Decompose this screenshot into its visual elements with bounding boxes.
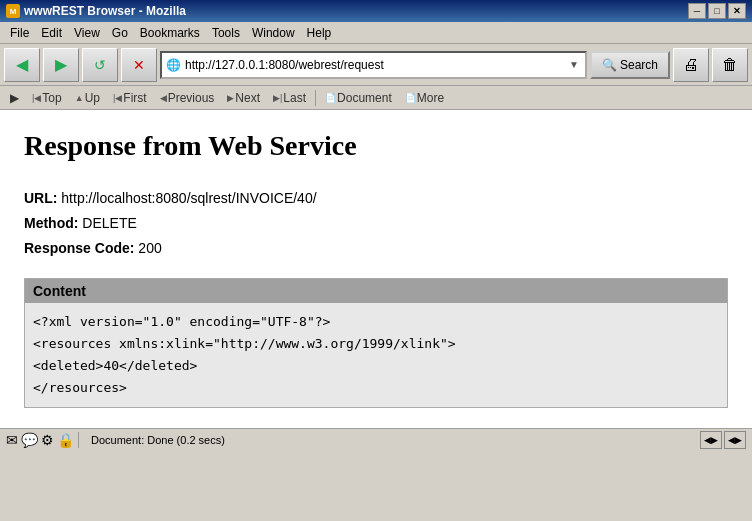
nav2-more-label: More xyxy=(417,91,444,105)
page-title: Response from Web Service xyxy=(24,130,728,162)
forward-button[interactable]: ▶ xyxy=(43,48,79,82)
toolbar: ◀ ▶ ↺ ✕ 🌐 ▼ 🔍 Search 🖨 🗑 xyxy=(0,44,752,86)
nav2-more-icon: 📄 xyxy=(405,93,416,103)
xml-line-2: <resources xmlns:xlink="http://www.w3.or… xyxy=(33,333,719,355)
mail-icon[interactable]: ✉ xyxy=(6,432,18,448)
content-box-header: Content xyxy=(25,279,727,303)
content-box-body: <?xml version="1.0" encoding="UTF-8"?> <… xyxy=(25,303,727,407)
status-text: Document: Done (0.2 secs) xyxy=(83,434,700,446)
status-divider xyxy=(78,432,79,448)
title-bar: M wwwREST Browser - Mozilla ─ □ ✕ xyxy=(0,0,752,22)
response-label: Response Code: xyxy=(24,240,134,256)
method-value: DELETE xyxy=(82,215,136,231)
forward-arrow-icon: ▶ xyxy=(55,57,67,73)
search-icon: 🔍 xyxy=(602,58,617,72)
menu-view[interactable]: View xyxy=(68,24,106,42)
nav2-previous[interactable]: ◀ Previous xyxy=(154,90,221,106)
back-button[interactable]: ◀ xyxy=(4,48,40,82)
menu-edit[interactable]: Edit xyxy=(35,24,68,42)
url-input[interactable] xyxy=(185,58,563,72)
xml-line-4: </resources> xyxy=(33,377,719,399)
minimize-button[interactable]: ─ xyxy=(688,3,706,19)
nav2-expand-icon: ▶ xyxy=(10,91,19,105)
app-icon: M xyxy=(6,4,20,18)
nav2-up-label: Up xyxy=(85,91,100,105)
nav2-up-icon: ▲ xyxy=(75,93,84,103)
nav2-up[interactable]: ▲ Up xyxy=(69,90,106,106)
nav2-previous-label: Previous xyxy=(168,91,215,105)
nav2-last-label: Last xyxy=(283,91,306,105)
method-label: Method: xyxy=(24,215,78,231)
nav2-top-icon: |◀ xyxy=(32,93,41,103)
refresh-icon: ↺ xyxy=(94,57,106,73)
response-line: Response Code: 200 xyxy=(24,236,728,261)
nav2-previous-icon: ◀ xyxy=(160,93,167,103)
url-label: URL: xyxy=(24,190,57,206)
xml-line-1: <?xml version="1.0" encoding="UTF-8"?> xyxy=(33,311,719,333)
method-line: Method: DELETE xyxy=(24,211,728,236)
nav2-document-icon: 📄 xyxy=(325,93,336,103)
nav2-next[interactable]: ▶ Next xyxy=(221,90,266,106)
nav-bar-2: ▶ |◀ Top ▲ Up |◀ First ◀ Previous ▶ Next… xyxy=(0,86,752,110)
menu-window[interactable]: Window xyxy=(246,24,301,42)
update-icon[interactable]: ⚙ xyxy=(41,432,54,448)
status-bar: ✉ 💬 ⚙ 🔒 Document: Done (0.2 secs) ◀▶ ◀▶ xyxy=(0,428,752,452)
printer-button[interactable]: 🖨 xyxy=(673,48,709,82)
nav2-first[interactable]: |◀ First xyxy=(107,90,153,106)
close-button[interactable]: ✕ xyxy=(728,3,746,19)
url-value: http://localhost:8080/sqlrest/INVOICE/40… xyxy=(61,190,316,206)
status-right: ◀▶ ◀▶ xyxy=(700,431,746,449)
menu-go[interactable]: Go xyxy=(106,24,134,42)
status-resize-btn-2[interactable]: ◀▶ xyxy=(724,431,746,449)
menu-bar: File Edit View Go Bookmarks Tools Window… xyxy=(0,22,752,44)
nav2-first-label: First xyxy=(123,91,146,105)
nav2-last-icon: ▶| xyxy=(273,93,282,103)
nav2-top-label: Top xyxy=(42,91,61,105)
content-area: Response from Web Service URL: http://lo… xyxy=(0,110,752,428)
url-bar: 🌐 ▼ xyxy=(160,51,587,79)
security-icon[interactable]: 🔒 xyxy=(57,432,74,448)
stop-button[interactable]: ✕ xyxy=(121,48,157,82)
nav2-more[interactable]: 📄 More xyxy=(399,90,450,106)
nav2-next-label: Next xyxy=(235,91,260,105)
nav2-last[interactable]: ▶| Last xyxy=(267,90,312,106)
back-arrow-icon: ◀ xyxy=(16,57,28,73)
nav2-first-icon: |◀ xyxy=(113,93,122,103)
nav2-separator xyxy=(315,90,316,106)
printer-icon: 🖨 xyxy=(683,56,699,74)
maximize-button[interactable]: □ xyxy=(708,3,726,19)
content-box: Content <?xml version="1.0" encoding="UT… xyxy=(24,278,728,408)
menu-tools[interactable]: Tools xyxy=(206,24,246,42)
nav2-top[interactable]: |◀ Top xyxy=(26,90,68,106)
status-resize-btn-1[interactable]: ◀▶ xyxy=(700,431,722,449)
refresh-button[interactable]: ↺ xyxy=(82,48,118,82)
nav2-expand[interactable]: ▶ xyxy=(4,90,25,106)
nav2-document[interactable]: 📄 Document xyxy=(319,90,398,106)
menu-bookmarks[interactable]: Bookmarks xyxy=(134,24,206,42)
trash-icon: 🗑 xyxy=(722,56,738,74)
search-label: Search xyxy=(620,58,658,72)
menu-file[interactable]: File xyxy=(4,24,35,42)
url-dropdown-icon[interactable]: ▼ xyxy=(567,59,581,70)
response-value: 200 xyxy=(138,240,161,256)
info-section: URL: http://localhost:8080/sqlrest/INVOI… xyxy=(24,186,728,262)
window-title: wwwREST Browser - Mozilla xyxy=(24,4,186,18)
nav2-document-label: Document xyxy=(337,91,392,105)
search-button[interactable]: 🔍 Search xyxy=(590,51,670,79)
chat-icon[interactable]: 💬 xyxy=(21,432,38,448)
nav2-next-icon: ▶ xyxy=(227,93,234,103)
trash-button[interactable]: 🗑 xyxy=(712,48,748,82)
menu-help[interactable]: Help xyxy=(301,24,338,42)
url-icon: 🌐 xyxy=(166,58,181,72)
status-icons: ✉ 💬 ⚙ 🔒 xyxy=(6,432,74,448)
xml-line-3: <deleted>40</deleted> xyxy=(33,355,719,377)
stop-icon: ✕ xyxy=(133,57,145,73)
url-line: URL: http://localhost:8080/sqlrest/INVOI… xyxy=(24,186,728,211)
